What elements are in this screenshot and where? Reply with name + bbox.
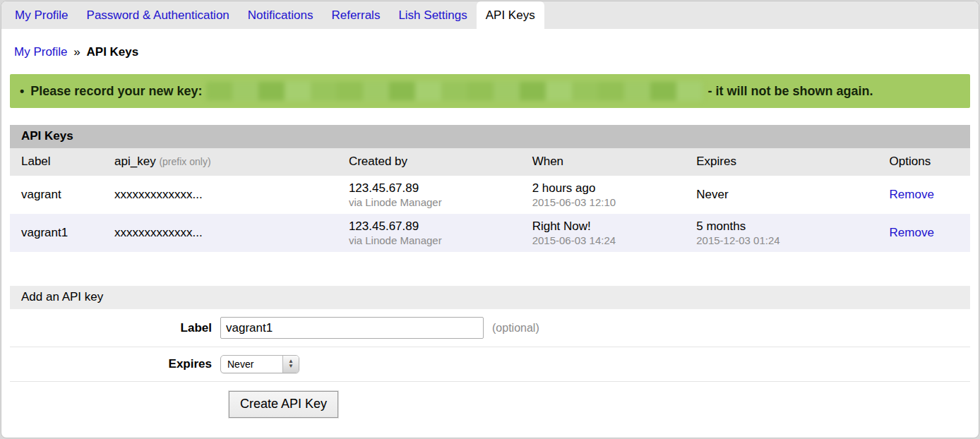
when-relative: 2 hours ago <box>532 181 686 196</box>
tab-referrals[interactable]: Referrals <box>322 1 389 29</box>
notice-bullet: • <box>20 84 24 99</box>
remove-key-link[interactable]: Remove <box>890 226 934 239</box>
api-keys-section: API Keys Label api_key (prefix only) Cre… <box>10 125 970 252</box>
select-stepper: ▲ ▼ <box>282 356 299 373</box>
submit-form-row: Create API Key <box>10 382 970 426</box>
app-window: My Profile Password & Authentication Not… <box>1 1 979 438</box>
cell-api-key-prefix: xxxxxxxxxxxxx... <box>109 214 343 252</box>
cell-api-key-prefix: xxxxxxxxxxxxx... <box>109 176 343 214</box>
notice-suffix-text: - it will not be shown again. <box>707 84 873 99</box>
cell-options: Remove <box>884 176 970 214</box>
table-row: vagrant xxxxxxxxxxxxx... 123.45.67.89 vi… <box>10 176 970 214</box>
tab-password-authentication[interactable]: Password & Authentication <box>78 1 239 29</box>
cell-created-by: 123.45.67.89 via Linode Manager <box>343 214 527 252</box>
expires-field-label: Expires <box>10 357 220 371</box>
expires-relative: 5 months <box>696 220 878 234</box>
expires-form-row: Expires Never ▲ ▼ <box>10 347 970 382</box>
table-row: vagrant1 xxxxxxxxxxxxx... 123.45.67.89 v… <box>10 214 970 252</box>
cell-key-label: vagrant <box>10 176 109 214</box>
label-form-row: Label (optional) <box>10 309 970 347</box>
cell-when: Right Now! 2015-06-03 14:24 <box>527 214 691 252</box>
tab-api-keys[interactable]: API Keys <box>477 1 544 29</box>
api-keys-table: Label api_key (prefix only) Created by W… <box>10 148 970 252</box>
tab-notifications[interactable]: Notifications <box>239 1 323 29</box>
expires-relative: Never <box>696 188 878 202</box>
cell-key-label: vagrant1 <box>10 214 109 252</box>
remove-key-link[interactable]: Remove <box>890 188 934 201</box>
notice-prefix-text: Please record your new key: <box>30 84 202 99</box>
new-key-notice: • Please record your new key: - it will … <box>10 74 970 108</box>
expires-select[interactable]: Never ▲ ▼ <box>220 355 299 373</box>
column-header-api-key-text: api_key <box>114 155 156 168</box>
page-title: API Keys <box>87 45 139 59</box>
cell-expires: Never <box>691 176 883 214</box>
api-keys-table-title: API Keys <box>10 125 970 148</box>
created-by-via: via Linode Manager <box>349 196 521 208</box>
cell-created-by: 123.45.67.89 via Linode Manager <box>343 176 527 214</box>
column-header-api-key-note: (prefix only) <box>159 156 210 167</box>
expires-date: 2015-12-03 01:24 <box>696 234 878 246</box>
expires-selected-value: Never <box>221 359 253 370</box>
column-header-options: Options <box>884 148 970 176</box>
column-header-api-key: api_key (prefix only) <box>109 148 343 176</box>
table-header-row: Label api_key (prefix only) Created by W… <box>10 148 970 176</box>
when-relative: Right Now! <box>532 220 686 234</box>
add-api-key-title: Add an API key <box>10 286 970 309</box>
created-by-ip: 123.45.67.89 <box>349 220 521 234</box>
label-field-label: Label <box>10 321 220 335</box>
label-optional-hint: (optional) <box>492 322 539 335</box>
add-api-key-section: Add an API key Label (optional) Expires … <box>10 286 970 426</box>
cell-when: 2 hours ago 2015-06-03 12:10 <box>527 176 691 214</box>
cell-expires: 5 months 2015-12-03 01:24 <box>691 214 883 252</box>
cell-options: Remove <box>884 214 970 252</box>
chevron-down-icon: ▼ <box>288 364 294 369</box>
breadcrumb-my-profile-link[interactable]: My Profile <box>14 45 68 59</box>
when-date: 2015-06-03 14:24 <box>532 234 686 246</box>
when-date: 2015-06-03 12:10 <box>532 196 686 208</box>
breadcrumb-separator: » <box>73 45 80 59</box>
page-content: My Profile » API Keys • Please record yo… <box>1 45 979 426</box>
created-by-via: via Linode Manager <box>349 234 521 246</box>
column-header-label: Label <box>10 148 109 176</box>
created-by-ip: 123.45.67.89 <box>349 181 521 196</box>
label-input[interactable] <box>220 317 484 339</box>
tab-lish-settings[interactable]: Lish Settings <box>389 1 476 29</box>
tab-my-profile[interactable]: My Profile <box>6 1 78 29</box>
column-header-expires: Expires <box>691 148 883 176</box>
column-header-created-by: Created by <box>343 148 527 176</box>
profile-tabbar: My Profile Password & Authentication Not… <box>1 1 979 29</box>
breadcrumb: My Profile » API Keys <box>14 45 966 59</box>
redacted-api-key <box>206 82 703 100</box>
column-header-when: When <box>527 148 691 176</box>
create-api-key-button[interactable]: Create API Key <box>229 391 338 418</box>
